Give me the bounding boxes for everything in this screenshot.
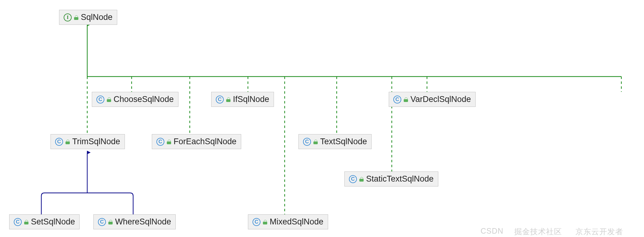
public-lock-icon — [404, 97, 408, 102]
node-label: StaticTextSqlNode — [366, 174, 434, 184]
interface-icon: I — [64, 13, 72, 21]
node-label: ChooseSqlNode — [114, 95, 174, 104]
watermark-text: 京东云开发者 — [575, 227, 623, 237]
node-label: ForEachSqlNode — [174, 137, 237, 146]
node-label: TrimSqlNode — [72, 137, 120, 146]
class-icon: C — [349, 175, 357, 183]
node-textsqlnode[interactable]: C TextSqlNode — [298, 134, 372, 149]
public-lock-icon — [108, 220, 113, 224]
node-mixedsqlnode[interactable]: C MixedSqlNode — [248, 214, 328, 229]
class-icon: C — [253, 218, 260, 226]
node-label: SetSqlNode — [31, 217, 75, 227]
public-lock-icon — [359, 177, 364, 182]
node-label: VarDeclSqlNode — [410, 95, 471, 104]
class-icon: C — [55, 138, 63, 146]
public-lock-icon — [107, 97, 111, 102]
node-wheresqlnode[interactable]: C WhereSqlNode — [93, 214, 176, 229]
class-icon: C — [96, 96, 104, 103]
node-setsqlnode[interactable]: C SetSqlNode — [9, 214, 80, 229]
class-icon: C — [156, 138, 164, 146]
node-ifsqlnode[interactable]: C IfSqlNode — [211, 92, 274, 107]
class-icon: C — [393, 96, 401, 103]
public-lock-icon — [66, 139, 70, 144]
node-label: SqlNode — [81, 13, 113, 22]
public-lock-icon — [74, 15, 78, 20]
watermark-text: CSDN — [481, 227, 504, 235]
node-trimsqlnode[interactable]: C TrimSqlNode — [51, 134, 125, 149]
node-sqlnode[interactable]: I SqlNode — [59, 10, 117, 25]
watermark-text: 掘金技术社区 — [514, 227, 562, 237]
class-icon: C — [14, 218, 22, 226]
node-vardeclsqlnode[interactable]: C VarDeclSqlNode — [389, 92, 476, 107]
node-choosesqlnode[interactable]: C ChooseSqlNode — [92, 92, 178, 107]
node-label: IfSqlNode — [233, 95, 269, 104]
connector-lines — [0, 0, 644, 237]
node-foreachsqlnode[interactable]: C ForEachSqlNode — [152, 134, 241, 149]
public-lock-icon — [263, 220, 267, 224]
node-statictextsqlnode[interactable]: C StaticTextSqlNode — [344, 171, 438, 186]
public-lock-icon — [167, 139, 171, 144]
public-lock-icon — [226, 97, 230, 102]
class-icon: C — [98, 218, 106, 226]
node-label: WhereSqlNode — [115, 217, 171, 227]
class-icon: C — [216, 96, 224, 103]
class-icon: C — [303, 138, 311, 146]
public-lock-icon — [313, 139, 318, 144]
node-label: MixedSqlNode — [270, 217, 324, 227]
node-label: TextSqlNode — [320, 137, 367, 146]
public-lock-icon — [24, 220, 28, 224]
